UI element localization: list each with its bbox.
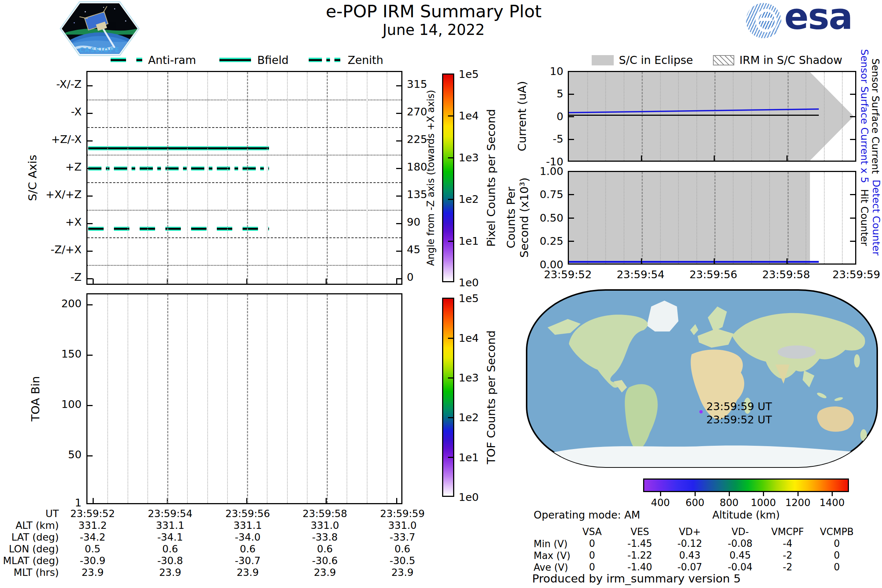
epop-irm-summary-figure: CASSIOPE e-POP IRM Summary Plot June 14,… bbox=[0, 0, 882, 588]
counters-right-label-black: Hit Counter bbox=[859, 189, 870, 246]
tof-cbar-tick-2: 1e3 bbox=[459, 372, 479, 384]
current-right-label-black: Sensor Surface Current bbox=[870, 58, 881, 174]
bfield-line-sample bbox=[219, 58, 251, 62]
toa-tick-0: 200 bbox=[22, 298, 82, 309]
sensor-tick-0: -X/-Z bbox=[22, 78, 82, 90]
ephem-row-label: LAT (deg) bbox=[3, 531, 59, 543]
ephem-cell: -30.8 bbox=[139, 555, 201, 566]
bfield-line bbox=[88, 146, 269, 150]
toa-bin-ylabel: TOA Bin bbox=[28, 376, 42, 421]
patch-text: CASSIOPE bbox=[80, 46, 120, 54]
pixel-cbar-tick-3: 1e2 bbox=[459, 193, 479, 205]
ephem-cell: -34.1 bbox=[139, 531, 201, 543]
ephem-cell: -34.0 bbox=[216, 531, 279, 543]
right-xtick-0: 23:59:52 bbox=[537, 268, 599, 281]
shadow-legend-label: IRM in S/C Shadow bbox=[740, 54, 842, 66]
sensor-surface-current-x5-line bbox=[569, 109, 819, 113]
altitude-colorbar bbox=[643, 478, 849, 492]
pixel-cbar-tick-1: 1e4 bbox=[459, 110, 479, 122]
sc-axis-ylabel: S/C Axis bbox=[26, 155, 39, 201]
ephem-cell: -30.5 bbox=[371, 555, 434, 566]
counts-ytick-0: 1.00 bbox=[524, 165, 563, 177]
zenith-line-sample bbox=[309, 58, 340, 62]
tof-cbar-tick-0: 1e5 bbox=[459, 292, 479, 304]
tof-cbar-label: TOF Counts per Second bbox=[484, 330, 498, 465]
pixel-cbar-tick-4: 1e1 bbox=[459, 235, 479, 247]
ephem-cell: -30.7 bbox=[216, 555, 279, 566]
current-lines bbox=[569, 72, 855, 160]
current-ytick-1: 5 bbox=[524, 88, 563, 100]
toa-tick-4: 1 bbox=[22, 497, 82, 508]
japan bbox=[854, 354, 860, 368]
ephem-cell: 0.5 bbox=[62, 543, 124, 555]
ephem-cell: 0.6 bbox=[294, 543, 356, 555]
ephem-cell: 331.2 bbox=[62, 520, 124, 531]
anti-ram-line-sample bbox=[111, 58, 142, 62]
ephem-cell: -30.6 bbox=[294, 555, 356, 566]
current-plot bbox=[568, 71, 856, 162]
angle-tick-6: 45 bbox=[407, 244, 420, 255]
angle-tick-4: 135 bbox=[407, 189, 427, 200]
ground-track-dot bbox=[699, 410, 703, 413]
counts-ylabel: Counts Per Second (x10³) bbox=[504, 177, 531, 258]
map-time-label-start: 23:59:52 UT bbox=[706, 414, 772, 426]
ephem-row-label: MLAT (deg) bbox=[3, 555, 59, 567]
ephem-cell: -33.7 bbox=[371, 531, 434, 543]
cassiope-mission-patch: CASSIOPE bbox=[60, 1, 140, 57]
new-zealand bbox=[860, 429, 867, 441]
tof-colorbar bbox=[442, 298, 454, 497]
himalaya bbox=[778, 345, 816, 358]
ephem-row-label: UT bbox=[3, 508, 59, 520]
anti-ram-line bbox=[88, 227, 269, 231]
ephem-cell: 0.6 bbox=[139, 543, 201, 555]
current-right-label-blue: Sensor Surface Current x 5 bbox=[859, 49, 870, 183]
pixel-cbar-tick-0: 1e5 bbox=[459, 68, 479, 80]
ephem-row-label: ALT (km) bbox=[3, 520, 59, 531]
pixel-cbar-tick-5: 1e0 bbox=[459, 277, 479, 288]
sensor-tick-6: -Z/+X bbox=[22, 244, 82, 255]
ephem-cell: 23:59:52 bbox=[62, 508, 124, 519]
eclipse-swatch bbox=[592, 55, 614, 65]
counts-ylabel-line2: Second (x10³) bbox=[518, 177, 531, 258]
current-ytick-0: 10 bbox=[524, 65, 563, 77]
page-date: June 14, 2022 bbox=[250, 21, 617, 38]
vcol-5: VCMPB bbox=[806, 526, 868, 537]
zenith-line bbox=[88, 166, 269, 171]
page-title: e-POP IRM Summary Plot bbox=[250, 2, 617, 21]
ephem-cell: 23.9 bbox=[294, 567, 356, 578]
angle-tick-7: 0 bbox=[407, 271, 413, 283]
ephem-cell: 331.0 bbox=[371, 520, 434, 531]
current-ytick-3: -5 bbox=[524, 133, 563, 145]
toa-bin-plot bbox=[86, 293, 402, 504]
ephem-cell: 23.9 bbox=[216, 567, 279, 578]
tof-cbar-tick-3: 1e2 bbox=[459, 412, 479, 423]
tof-cbar-tick-4: 1e1 bbox=[459, 452, 479, 464]
vcell: 0 bbox=[806, 550, 868, 561]
vcell: 0 bbox=[806, 538, 868, 549]
alt-tick-5: 1400 bbox=[801, 497, 863, 508]
operating-mode: Operating mode: AM bbox=[534, 509, 640, 521]
right-xtick-1: 23:59:54 bbox=[609, 268, 672, 281]
footer-version: Produced by irm_summary version 5 bbox=[532, 573, 741, 584]
ephem-cell: 331.0 bbox=[294, 520, 356, 531]
pixel-colorbar bbox=[442, 74, 454, 282]
angle-tick-0: 315 bbox=[407, 78, 427, 90]
current-ylabel: Current (uA) bbox=[515, 81, 528, 151]
legend-label-bfield: Bfield bbox=[257, 54, 288, 66]
counters-plot bbox=[568, 171, 856, 265]
angle-tick-2: 225 bbox=[407, 134, 427, 145]
legend-label-zenith: Zenith bbox=[348, 54, 383, 66]
ephem-cell: 331.1 bbox=[139, 520, 201, 531]
detect-counter-line bbox=[569, 261, 819, 263]
ephem-cell: 23.9 bbox=[371, 567, 434, 578]
angle-axis-label: Angle from -Z axis (towards +X axis) bbox=[425, 90, 436, 266]
altitude-cbar-label: Altitude (km) bbox=[702, 509, 790, 521]
right-xtick-2: 23:59:56 bbox=[682, 268, 744, 281]
ephem-cell: 0.6 bbox=[371, 543, 434, 555]
ephem-cell: 0.6 bbox=[216, 543, 279, 555]
ephem-row-label: LON (deg) bbox=[3, 543, 59, 555]
tof-cbar-tick-5: 1e0 bbox=[459, 491, 479, 503]
ephem-cell: 331.1 bbox=[216, 520, 279, 531]
toa-tick-1: 150 bbox=[22, 348, 82, 360]
angle-tick-5: 90 bbox=[407, 216, 420, 228]
